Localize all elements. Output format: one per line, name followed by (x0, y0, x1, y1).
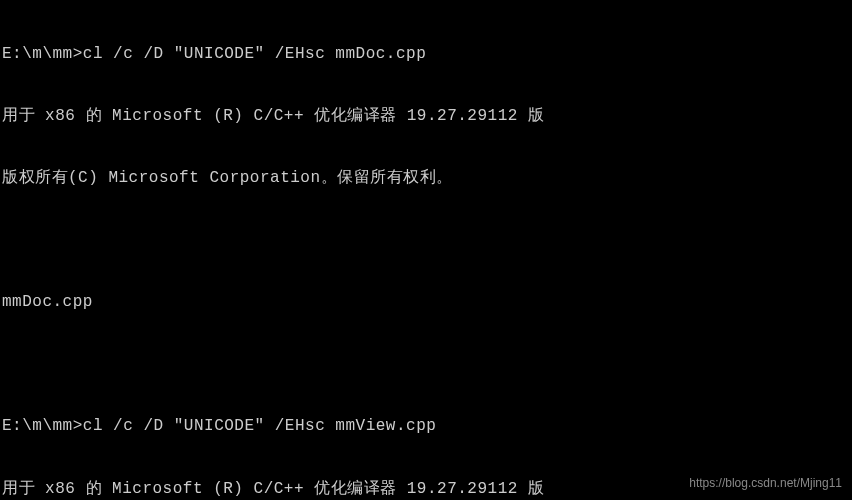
terminal-line: 版权所有(C) Microsoft Corporation。保留所有权利。 (2, 168, 852, 189)
watermark-text: https://blog.csdn.net/Mjing11 (689, 476, 842, 492)
terminal-line: E:\m\mm>cl /c /D "UNICODE" /EHsc mmView.… (2, 416, 852, 437)
terminal-line: mmDoc.cpp (2, 292, 852, 313)
terminal-line: E:\m\mm>cl /c /D "UNICODE" /EHsc mmDoc.c… (2, 44, 852, 65)
terminal-line: 用于 x86 的 Microsoft (R) C/C++ 优化编译器 19.27… (2, 106, 852, 127)
terminal-output[interactable]: E:\m\mm>cl /c /D "UNICODE" /EHsc mmDoc.c… (2, 2, 852, 500)
terminal-line (2, 231, 852, 251)
terminal-line (2, 355, 852, 375)
